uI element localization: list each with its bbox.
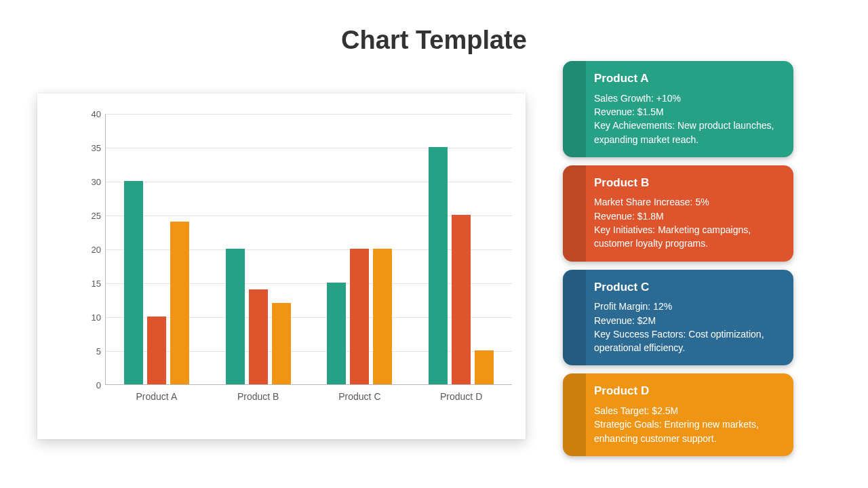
card-line: Key Success Factors: Cost optimization, … xyxy=(594,327,780,355)
plot-area: Product AProduct BProduct CProduct D xyxy=(105,114,512,385)
bar xyxy=(147,317,166,384)
info-card: Product CProfit Margin: 12%Revenue: $2MK… xyxy=(563,270,793,366)
page-title: Chart Template xyxy=(0,0,868,55)
info-card: Product DSales Target: $2.5MStrategic Go… xyxy=(563,373,793,456)
main: 0510152025303540 Product AProduct BProdu… xyxy=(0,61,868,488)
bar xyxy=(170,222,189,384)
card-title: Product B xyxy=(594,175,780,192)
card-line: Profit Margin: 12% xyxy=(594,300,780,313)
y-tick-label: 15 xyxy=(78,279,101,289)
card-line: Key Achievements: New product launches, … xyxy=(594,119,780,146)
y-tick-label: 5 xyxy=(78,346,101,357)
bar xyxy=(272,303,291,384)
card-line: Revenue: $1.5M xyxy=(594,105,780,119)
y-tick-label: 25 xyxy=(78,211,101,221)
x-tick-label: Product D xyxy=(410,384,512,402)
bar xyxy=(475,350,494,384)
bar-chart: 0510152025303540 Product AProduct BProdu… xyxy=(78,114,512,399)
bar xyxy=(350,249,369,384)
bar-group: Product A xyxy=(106,114,208,384)
bar xyxy=(249,289,268,384)
card-line: Revenue: $2M xyxy=(594,314,780,327)
y-tick-label: 40 xyxy=(78,109,101,119)
card-line: Strategic Goals: Entering new markets, e… xyxy=(594,418,780,445)
y-tick-label: 10 xyxy=(78,312,101,323)
bar xyxy=(124,181,143,384)
y-tick-label: 35 xyxy=(78,143,101,153)
card-title: Product D xyxy=(594,383,780,400)
card-title: Product A xyxy=(594,70,780,87)
bar xyxy=(452,215,471,384)
y-tick-label: 30 xyxy=(78,177,101,187)
card-line: Market Share Increase: 5% xyxy=(594,195,780,209)
info-cards: Product ASales Growth: +10%Revenue: $1.5… xyxy=(563,61,793,456)
x-tick-label: Product B xyxy=(208,384,309,402)
y-tick-label: 20 xyxy=(78,245,101,255)
bar xyxy=(226,249,245,384)
card-line: Sales Growth: +10% xyxy=(594,92,780,105)
card-line: Key Initiatives: Marketing campaigns, cu… xyxy=(594,223,780,251)
card-title: Product C xyxy=(594,279,780,296)
bar-group: Product B xyxy=(208,114,309,384)
x-tick-label: Product C xyxy=(309,384,411,402)
info-card: Product BMarket Share Increase: 5%Revenu… xyxy=(563,165,793,262)
card-line: Sales Target: $2.5M xyxy=(594,404,780,418)
chart-panel: 0510152025303540 Product AProduct BProdu… xyxy=(37,94,526,439)
page: Chart Template 0510152025303540 Product … xyxy=(0,0,868,488)
bar-groups: Product AProduct BProduct CProduct D xyxy=(106,114,512,384)
bar xyxy=(429,147,448,384)
info-card: Product ASales Growth: +10%Revenue: $1.5… xyxy=(563,61,793,157)
x-tick-label: Product A xyxy=(106,384,208,402)
bar xyxy=(373,249,392,384)
bar xyxy=(327,283,346,384)
bar-group: Product D xyxy=(410,114,512,384)
card-line: Revenue: $1.8M xyxy=(594,209,780,223)
y-tick-label: 0 xyxy=(78,380,101,390)
bar-group: Product C xyxy=(309,114,411,384)
